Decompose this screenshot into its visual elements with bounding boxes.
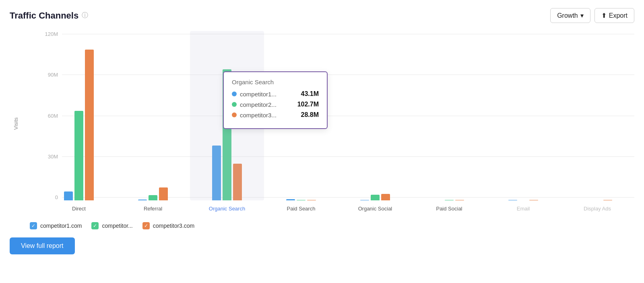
bar-group [486, 31, 560, 200]
legend-item[interactable]: ✓competitor3.com [142, 222, 194, 229]
x-axis-labels: DirectReferralOrganic SearchPaid SearchO… [42, 200, 634, 216]
legend-item[interactable]: ✓competitor... [91, 222, 132, 229]
x-axis-label[interactable]: Referral [116, 200, 190, 216]
bar-group [338, 31, 412, 200]
legend: ✓competitor1.com✓competitor...✓competito… [30, 222, 634, 229]
x-axis-label[interactable]: Organic Social [338, 200, 412, 216]
tooltip-dot [232, 92, 237, 96]
bar-group [412, 31, 486, 200]
legend-label: competitor1.com [40, 223, 82, 229]
bar-group [560, 31, 634, 200]
bar [74, 111, 83, 200]
bar [233, 164, 242, 200]
tooltip-value: 43.1M [301, 90, 319, 98]
header-right: Growth ▾ ⬆ Export [550, 8, 634, 23]
bar [159, 187, 168, 200]
y-axis-label: Visits [10, 31, 22, 216]
bar [381, 194, 390, 200]
view-full-report-button[interactable]: View full report [10, 237, 75, 254]
legend-label: competitor3.com [153, 223, 194, 229]
legend-label: competitor... [102, 223, 132, 229]
chart-inner: 120M 90M 60M 30M 0 DirectReferralOrganic… [22, 31, 634, 216]
header-left: Traffic Channels ⓘ [10, 10, 88, 21]
x-axis-label[interactable]: Organic Search [190, 200, 264, 216]
tooltip-title: Organic Search [232, 79, 319, 85]
tooltip-value: 28.8M [301, 111, 319, 119]
tooltip-row: competitor3...28.8M [232, 111, 319, 119]
tooltip-row: competitor1...43.1M [232, 90, 319, 98]
x-axis-label[interactable]: Email [486, 200, 560, 216]
x-axis-label[interactable]: Display Ads [560, 200, 634, 216]
export-icon: ⬆ [601, 12, 607, 19]
growth-dropdown-button[interactable]: Growth ▾ [550, 8, 590, 23]
bar [212, 146, 221, 200]
tooltip-competitor-label: competitor2... [240, 101, 277, 108]
bar-group [42, 31, 116, 200]
bar-group [116, 31, 190, 200]
legend-checkbox[interactable]: ✓ [142, 222, 150, 229]
bar [85, 50, 94, 200]
traffic-channels-card: Traffic Channels ⓘ Growth ▾ ⬆ Export Vis… [0, 0, 644, 283]
tooltip-competitor-label: competitor1... [240, 91, 277, 98]
card-header: Traffic Channels ⓘ Growth ▾ ⬆ Export [10, 8, 634, 23]
tooltip-row: competitor2...102.7M [232, 101, 319, 108]
tooltip-dot [232, 112, 237, 117]
tooltip: Organic Searchcompetitor1...43.1Mcompeti… [223, 71, 328, 129]
tooltip-dot [232, 102, 237, 107]
tooltip-competitor-label: competitor3... [240, 112, 277, 119]
bar [371, 195, 380, 200]
chevron-down-icon: ▾ [580, 12, 584, 19]
tooltip-value: 102.7M [297, 101, 319, 108]
x-axis-label[interactable]: Paid Search [264, 200, 338, 216]
page-title: Traffic Channels [10, 10, 78, 21]
legend-checkbox[interactable]: ✓ [91, 222, 99, 229]
bar [64, 191, 73, 200]
x-axis-label[interactable]: Paid Social [412, 200, 486, 216]
legend-checkbox[interactable]: ✓ [30, 222, 37, 229]
info-icon[interactable]: ⓘ [82, 11, 88, 20]
x-axis-label[interactable]: Direct [42, 200, 116, 216]
bars-area [42, 31, 634, 200]
chart-area: Visits 120M 90M 60M 30M 0 DirectReferral… [10, 31, 634, 216]
bar [149, 195, 157, 200]
export-button[interactable]: ⬆ Export [594, 8, 634, 23]
legend-item[interactable]: ✓competitor1.com [30, 222, 82, 229]
